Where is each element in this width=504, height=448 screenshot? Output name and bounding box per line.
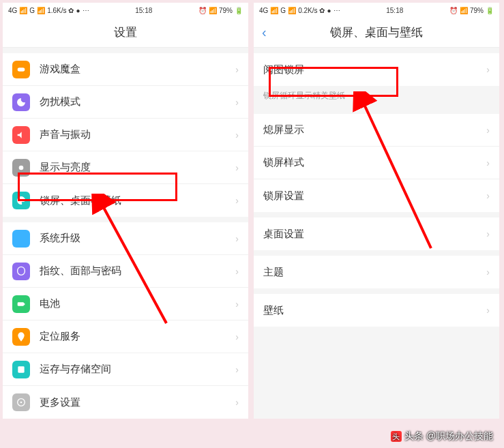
storage-icon <box>12 361 30 378</box>
chevron-right-icon: › <box>486 190 490 201</box>
svg-point-1 <box>19 165 24 170</box>
row-label: 锁屏、桌面与壁纸 <box>40 194 121 207</box>
signal-icon: 📶 <box>288 7 296 14</box>
group-caption: 锁屏循环显示精美壁纸 <box>254 86 499 108</box>
row-lockscreen-wallpaper[interactable]: 锁屏、桌面与壁纸 › <box>3 184 248 217</box>
more-icon: ⋯ <box>333 7 340 14</box>
svg-rect-0 <box>18 68 25 71</box>
group-yuetu: 阅图锁屏 › <box>254 53 499 86</box>
row-more-settings[interactable]: 更多设置 › <box>3 386 248 419</box>
game-icon <box>12 61 30 78</box>
chevron-right-icon: › <box>235 130 239 140</box>
row-label: 熄屏显示 <box>263 123 304 136</box>
group-desktop: 桌面设置 › <box>254 218 499 250</box>
carrier-label: G <box>29 7 35 14</box>
clock: 15:18 <box>135 7 152 14</box>
fingerprint-icon <box>12 263 30 280</box>
clock: 15:18 <box>386 7 403 14</box>
right-screenshot: 4G 📶 G 📶 0.2K/s ✿ ● ⋯ 15:18 ⏰ 📶 79% 🔋 ‹ … <box>254 3 499 419</box>
row-location[interactable]: 定位服务 › <box>3 320 248 353</box>
more-icon: ⋯ <box>83 7 89 14</box>
row-label: 阅图锁屏 <box>263 63 304 76</box>
row-label: 桌面设置 <box>263 228 304 241</box>
svg-rect-3 <box>24 303 25 305</box>
row-label: 锁屏设置 <box>263 190 304 203</box>
row-wallpaper[interactable]: 壁纸 › <box>254 294 499 327</box>
row-label: 定位服务 <box>40 330 80 343</box>
row-battery[interactable]: 电池 › <box>3 288 248 320</box>
row-label: 主题 <box>263 266 284 279</box>
row-game[interactable]: 游戏魔盒 › <box>3 53 248 86</box>
speed-label: 1.6K/s <box>47 7 66 14</box>
row-yuetu-lockscreen[interactable]: 阅图锁屏 › <box>254 53 499 86</box>
chevron-right-icon: › <box>235 397 239 408</box>
row-theme[interactable]: 主题 › <box>254 256 499 288</box>
network-label: 4G <box>259 7 268 14</box>
palette-icon <box>12 192 30 209</box>
row-label: 壁纸 <box>263 304 284 317</box>
chevron-right-icon: › <box>486 158 490 168</box>
chevron-right-icon: › <box>486 228 490 239</box>
chevron-right-icon: › <box>235 64 239 75</box>
signal-icon: 📶 <box>270 7 278 14</box>
moon-icon <box>12 93 30 111</box>
svg-rect-4 <box>18 366 24 372</box>
speed-label: 0.2K/s <box>298 7 317 14</box>
row-label: 系统升级 <box>40 232 80 245</box>
watermark: 头头条 @职场办公技能 <box>391 430 493 443</box>
row-desktop-settings[interactable]: 桌面设置 › <box>254 218 499 250</box>
app-icon: ✿ <box>319 7 325 14</box>
chevron-right-icon: › <box>486 305 490 316</box>
carrier-label: G <box>280 7 286 14</box>
toutiao-logo-icon: 头 <box>391 431 402 442</box>
row-label: 指纹、面部与密码 <box>40 265 121 278</box>
back-button[interactable]: ‹ <box>262 25 267 40</box>
group-theme: 主题 › <box>254 256 499 288</box>
row-aod[interactable]: 熄屏显示 › <box>254 114 499 147</box>
status-bar: 4G 📶 G 📶 1.6K/s ✿ ● ⋯ 15:18 ⏰ 📶 79% 🔋 <box>3 3 248 18</box>
chevron-right-icon: › <box>486 125 490 136</box>
status-bar: 4G 📶 G 📶 0.2K/s ✿ ● ⋯ 15:18 ⏰ 📶 79% 🔋 <box>254 3 499 18</box>
signal-icon: 📶 <box>19 7 27 14</box>
svg-rect-2 <box>18 302 24 305</box>
row-display[interactable]: 显示与亮度 › <box>3 151 248 184</box>
page-title: 设置 <box>3 18 248 48</box>
battery-label: 79% <box>470 7 484 14</box>
row-label: 显示与亮度 <box>40 161 91 174</box>
chevron-right-icon: › <box>486 267 490 278</box>
left-screenshot: 4G 📶 G 📶 1.6K/s ✿ ● ⋯ 15:18 ⏰ 📶 79% 🔋 设置 <box>3 3 248 419</box>
chevron-right-icon: › <box>235 233 239 244</box>
row-system-update[interactable]: 系统升级 › <box>3 222 248 255</box>
row-sound[interactable]: 声音与振动 › <box>3 119 248 151</box>
row-lock-style[interactable]: 锁屏样式 › <box>254 147 499 179</box>
sound-icon <box>12 126 30 144</box>
row-dnd[interactable]: 勿扰模式 › <box>3 86 248 119</box>
row-lock-settings[interactable]: 锁屏设置 › <box>254 179 499 212</box>
update-icon <box>12 230 30 248</box>
brightness-icon <box>12 159 30 177</box>
chevron-right-icon: › <box>235 162 239 173</box>
chevron-right-icon: › <box>235 331 239 342</box>
location-icon <box>12 328 30 346</box>
page-title: 锁屏、桌面与壁纸 <box>330 25 423 40</box>
row-storage[interactable]: 运存与存储空间 › <box>3 353 248 386</box>
alarm-icon: ⏰ <box>449 7 458 14</box>
chevron-right-icon: › <box>235 364 239 375</box>
row-biometrics[interactable]: 指纹、面部与密码 › <box>3 255 248 288</box>
page-header: ‹ 锁屏、桌面与壁纸 <box>254 18 499 48</box>
wifi-icon: 📶 <box>460 7 468 14</box>
battery-icon <box>12 295 30 313</box>
row-label: 运存与存储空间 <box>40 363 111 376</box>
row-label: 勿扰模式 <box>40 95 80 108</box>
chevron-right-icon: › <box>235 266 239 277</box>
app-icon: ✿ <box>68 7 74 14</box>
settings-group-2: 系统升级 › 指纹、面部与密码 › 电池 › 定位服务 › 运存与存储空间 <box>3 222 248 419</box>
alarm-icon: ⏰ <box>198 7 207 14</box>
chat-icon: ● <box>76 7 80 14</box>
row-label: 更多设置 <box>40 396 80 409</box>
battery-icon: 🔋 <box>486 7 494 14</box>
row-label: 声音与振动 <box>40 128 91 141</box>
battery-icon: 🔋 <box>235 7 243 14</box>
row-label: 锁屏样式 <box>263 156 304 169</box>
group-wallpaper: 壁纸 › <box>254 294 499 327</box>
